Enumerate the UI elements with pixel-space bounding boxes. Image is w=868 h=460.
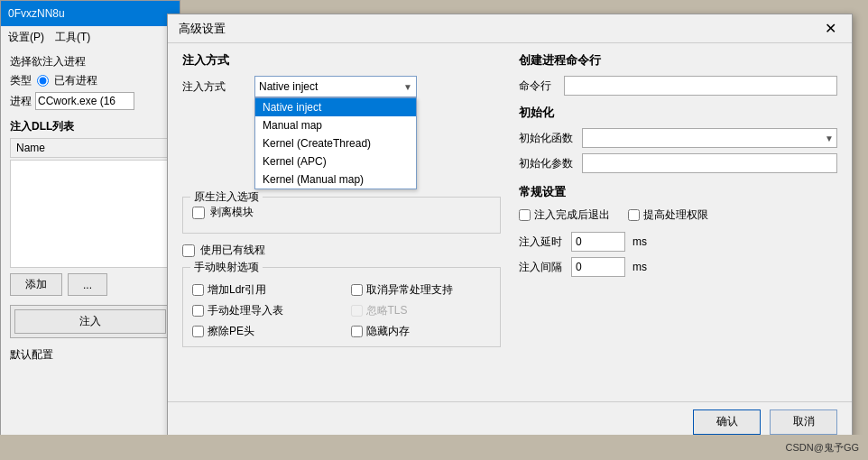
bg-menu-settings[interactable]: 设置(P) [8, 30, 44, 45]
native-options-title: 原生注入选项 [190, 189, 263, 205]
cancel-button[interactable]: 取消 [770, 409, 837, 435]
bg-type-label: 类型 [10, 73, 32, 88]
dropdown-item-manual[interactable]: Manual map [255, 116, 416, 134]
elevate-privilege-item: 提高处理权限 [628, 207, 708, 223]
bg-type-row: 类型 已有进程 [1, 71, 180, 90]
exit-after-inject-item: 注入完成后退出 [519, 207, 610, 223]
bg-inject-section: 选择欲注入进程 [1, 49, 180, 71]
general-settings-title: 常规设置 [519, 184, 837, 200]
bg-process-label: 进程 [10, 94, 32, 109]
inject-delay-input[interactable] [571, 232, 625, 252]
manual-map-grid: 增加Ldr引用 取消异常处理支持 手动处理导入表 忽略TLS [192, 282, 491, 339]
manual-map-item-4: 擦除PE头 [192, 324, 333, 339]
bg-add-btn[interactable]: 添加 [10, 273, 62, 296]
manual-map-item-5: 隐藏内存 [351, 324, 492, 339]
inject-method-value: Native inject [259, 80, 318, 93]
ldr-ref-checkbox[interactable] [192, 284, 204, 296]
bg-process-input[interactable] [35, 92, 134, 110]
bg-table-body [10, 160, 171, 268]
hide-memory-checkbox[interactable] [351, 326, 363, 337]
tls-label: 忽略TLS [366, 303, 408, 318]
inject-delay-label: 注入延时 [519, 235, 564, 250]
bg-other-btn[interactable]: ... [68, 273, 107, 296]
native-options-group: 原生注入选项 剥离模块 [182, 197, 501, 234]
inject-method-select-wrapper[interactable]: Native inject ▼ Native inject Manual map… [254, 76, 417, 97]
bottom-bar: CSDN@鬼予GG [0, 435, 868, 460]
inject-method-dropdown[interactable]: Native inject Manual map Kernel (CreateT… [254, 97, 417, 189]
background-window: 0FvxzNN8u 设置(P) 工具(T) 选择欲注入进程 类型 已有进程 进程… [0, 0, 180, 460]
inject-delay-unit: ms [633, 235, 647, 248]
dropdown-arrow-icon: ▼ [403, 82, 412, 92]
dropdown-item-kernel-manual[interactable]: Kernel (Manual map) [255, 170, 416, 189]
dialog-titlebar: 高级设置 ✕ [168, 14, 852, 43]
right-panel: 创建进程命令行 命令行 初始化 初始化函数 ▼ [519, 52, 837, 392]
init-param-label: 初始化参数 [519, 156, 573, 171]
init-func-select-wrap[interactable]: ▼ [582, 128, 837, 148]
elevate-privilege-checkbox[interactable] [628, 209, 640, 221]
general-settings: 常规设置 注入完成后退出 提高处理权限 注入延时 ms [519, 184, 837, 277]
bg-menu: 设置(P) 工具(T) [1, 26, 180, 49]
bg-existing-radio[interactable] [37, 75, 49, 87]
bg-menu-tools[interactable]: 工具(T) [55, 30, 90, 45]
init-func-row: 初始化函数 ▼ [519, 128, 837, 148]
init-func-label: 初始化函数 [519, 131, 573, 146]
use-existing-thread-row: 使用已有线程 [182, 243, 501, 258]
tls-checkbox[interactable] [351, 305, 363, 317]
bg-titlebar: 0FvxzNN8u [1, 1, 180, 26]
left-panel: 注入方式 注入方式 Native inject ▼ Native inject … [182, 52, 501, 392]
inject-method-row: 注入方式 Native inject ▼ Native inject Manua… [182, 76, 501, 97]
pe-header-label: 擦除PE头 [208, 324, 254, 339]
init-section: 初始化 初始化函数 ▼ 初始化参数 [519, 105, 837, 173]
init-title: 初始化 [519, 105, 837, 121]
confirm-button[interactable]: 确认 [693, 409, 761, 435]
inject-interval-input[interactable] [571, 257, 625, 277]
inject-method-select[interactable]: Native inject ▼ [254, 76, 417, 97]
manual-map-item-3: 忽略TLS [351, 303, 492, 318]
strip-module-row: 剥离模块 [192, 205, 491, 220]
inject-interval-label: 注入间隔 [519, 260, 564, 275]
exception-label: 取消异常处理支持 [366, 282, 453, 298]
bg-btn-row: 添加 ... [1, 268, 180, 301]
bg-process-row: 进程 [1, 90, 180, 112]
bg-table-header: Name [10, 138, 171, 158]
strip-module-label: 剥离模块 [210, 205, 254, 220]
bg-dll-list-label: 注入DLL列表 [1, 112, 180, 136]
exit-after-inject-checkbox[interactable] [519, 209, 531, 221]
init-param-row: 初始化参数 [519, 153, 837, 173]
hide-memory-label: 隐藏内存 [366, 324, 410, 339]
dropdown-item-native[interactable]: Native inject [255, 98, 416, 116]
inject-interval-row: 注入间隔 ms [519, 257, 837, 277]
use-existing-thread-checkbox[interactable] [182, 244, 195, 257]
use-existing-thread-label: 使用已有线程 [200, 243, 265, 258]
bg-inject-btn[interactable]: 注入 [14, 309, 166, 334]
inject-method-label: 注入方式 [182, 79, 245, 95]
exit-after-inject-label: 注入完成后退出 [534, 207, 610, 223]
inject-method-title: 注入方式 [182, 52, 501, 69]
import-table-label: 手动处理导入表 [208, 303, 283, 318]
close-button[interactable]: ✕ [819, 18, 841, 40]
manual-map-item-0: 增加Ldr引用 [192, 282, 333, 298]
bg-title: 0FvxzNN8u [8, 7, 65, 20]
dropdown-item-kernel-create[interactable]: Kernel (CreateThread) [255, 134, 416, 152]
bg-radio-label: 已有进程 [54, 73, 97, 88]
dialog-title: 高级设置 [179, 21, 226, 37]
pe-header-checkbox[interactable] [192, 326, 204, 337]
import-table-checkbox[interactable] [192, 305, 204, 317]
dialog-body: 注入方式 注入方式 Native inject ▼ Native inject … [168, 43, 852, 401]
bg-inject-section-btn: 注入 [10, 305, 171, 338]
create-process-title: 创建进程命令行 [519, 52, 837, 69]
dropdown-item-kernel-apc[interactable]: Kernel (APC) [255, 152, 416, 170]
exception-checkbox[interactable] [351, 284, 363, 296]
bottom-bar-text: CSDN@鬼予GG [786, 441, 859, 455]
strip-module-checkbox[interactable] [192, 207, 205, 219]
cmd-label: 命令行 [519, 78, 555, 94]
cmd-input[interactable] [564, 76, 837, 96]
elevate-privilege-label: 提高处理权限 [643, 207, 708, 223]
inject-interval-unit: ms [633, 261, 647, 273]
cmd-row: 命令行 [519, 76, 837, 96]
init-func-select[interactable] [582, 128, 837, 148]
advanced-settings-dialog: 高级设置 ✕ 注入方式 注入方式 Native inject ▼ Native … [167, 14, 853, 442]
inject-delay-row: 注入延时 ms [519, 232, 837, 252]
manual-map-title: 手动映射选项 [190, 260, 263, 275]
init-param-input[interactable] [582, 153, 837, 173]
